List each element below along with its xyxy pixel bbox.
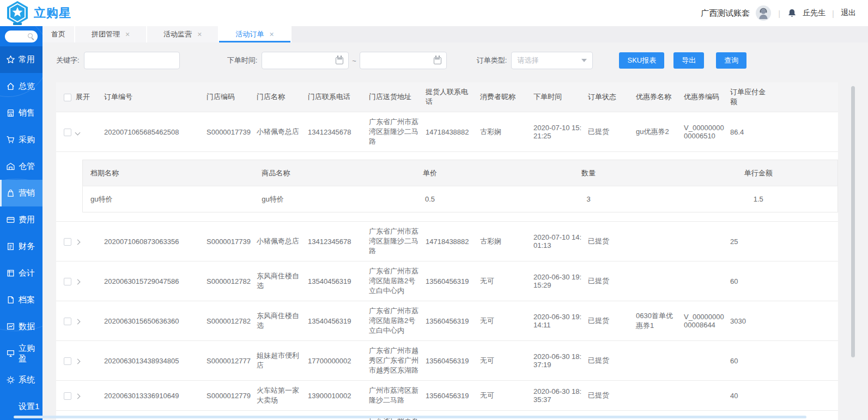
finance-icon (6, 242, 15, 251)
table-row[interactable]: 2020063013336910649 S0000012779 火车站第一家大卖… (56, 381, 838, 411)
cell-coupon-name: gu优惠券2 (636, 112, 684, 152)
close-icon[interactable]: × (125, 31, 130, 38)
sidebar-item-7[interactable]: 费用 (0, 206, 43, 233)
sidebar-item-11[interactable]: 数据 (0, 313, 43, 340)
chevron-down-icon (581, 59, 587, 62)
cart-icon (6, 135, 15, 144)
cell-store-code: S0000017739 (207, 112, 257, 152)
start-date-input[interactable] (262, 52, 349, 69)
cell-coupon-code (684, 381, 730, 411)
cell-status: 已提货 (588, 261, 636, 301)
divider: | (831, 9, 835, 18)
book-icon (6, 269, 15, 278)
keyword-label: 关键字: (56, 56, 80, 65)
col-unit-price: 单价 (362, 160, 497, 186)
sidebar-item-label: 营销 (19, 188, 35, 198)
expand-chevron-icon[interactable] (75, 393, 81, 399)
cell-product-name: gu特价 (256, 186, 362, 212)
header-user-area: 广西测试账套 | 丘先生 | 退出 (701, 5, 868, 21)
divider: | (777, 9, 781, 18)
sidebar-item-3[interactable]: 销售 (0, 100, 43, 126)
col-expand: 展开 (76, 82, 104, 112)
search-input[interactable] (5, 31, 38, 42)
col-consumer: 消费者昵称 (480, 82, 533, 112)
tab-home[interactable]: 首页 (43, 26, 75, 42)
cell-picker-phone: 14718438882 (426, 112, 480, 152)
select-placeholder: 请选择 (517, 56, 538, 65)
cell-store-phone: 17700000002 (308, 341, 369, 381)
expand-chevron-icon[interactable] (75, 239, 81, 245)
range-separator: ~ (352, 57, 356, 65)
col-product-name: 商品名称 (256, 160, 362, 186)
tab-group-buy[interactable]: 拼团管理 × (75, 26, 147, 42)
sku-report-button[interactable]: SKU报表 (619, 52, 664, 69)
export-button[interactable]: 导出 (673, 52, 704, 69)
keyword-input[interactable] (84, 52, 180, 69)
logout-button[interactable]: 退出 (841, 8, 856, 18)
cell-coupon-code: V_0000000000008644 (684, 301, 730, 341)
close-icon[interactable]: × (197, 31, 202, 38)
col-order-no: 订单编号 (104, 82, 207, 112)
row-checkbox[interactable] (64, 129, 71, 136)
sidebar-item-5[interactable]: 仓管 (0, 153, 43, 180)
row-checkbox[interactable] (64, 238, 71, 246)
row-checkbox[interactable] (64, 318, 71, 325)
vertical-scrollbar[interactable] (851, 86, 855, 357)
query-button[interactable]: 查询 (716, 52, 746, 69)
sidebar-item-label: 立购盈 (19, 343, 43, 364)
cell-order-time: 2020-06-30 19:14:11 (533, 301, 588, 341)
table-row[interactable]: 2020071065685462508 S0000017739 小猪佩奇总店 1… (56, 112, 838, 152)
select-all-checkbox[interactable] (64, 94, 71, 101)
order-type-select[interactable]: 请选择 (511, 52, 593, 69)
cell-store-name: 火车站第一家大卖场 (257, 381, 308, 411)
sidebar-item-label: 财务 (19, 241, 35, 252)
bell-icon[interactable] (787, 8, 797, 19)
end-date-input[interactable] (360, 52, 447, 69)
sidebar-item-label: 仓管 (19, 161, 35, 172)
cell-coupon-name (636, 261, 684, 301)
tab-activity-orders[interactable]: 活动订单 × (219, 26, 291, 42)
cell-order-no: 2020071060873063356 (104, 222, 207, 261)
table-row[interactable]: 2020063013438934805 S0000012777 姐妹超市便利店 … (56, 341, 838, 381)
sidebar-item-label: 数据 (19, 321, 35, 332)
row-checkbox[interactable] (64, 278, 71, 285)
tab-activity-monitor[interactable]: 活动监营 × (147, 26, 219, 42)
sidebar-item-9[interactable]: 会计 (0, 260, 43, 287)
user-name: 丘先生 (803, 8, 825, 18)
horizontal-scrollbar[interactable] (14, 416, 806, 418)
col-store-phone: 门店联系电话 (308, 82, 369, 112)
sidebar-item-10[interactable]: 档案 (0, 287, 43, 313)
cell-store-code: S0000012779 (207, 381, 257, 411)
sidebar-item-4[interactable]: 采购 (0, 126, 43, 153)
table-row[interactable]: 2020071060873063356 S0000017739 小猪佩奇总店 1… (56, 222, 838, 261)
cell-address: 广州市荔湾区新隆沙二马路 (369, 381, 426, 411)
avatar[interactable] (755, 5, 772, 21)
expand-chevron-icon[interactable] (75, 279, 81, 284)
sidebar-item-1[interactable]: 常用 (0, 46, 43, 73)
col-picker-phone: 提货人联系电话 (426, 82, 480, 112)
cell-amount: 40 (730, 381, 838, 411)
row-checkbox[interactable] (64, 357, 71, 365)
row-checkbox[interactable] (64, 392, 71, 400)
sidebar-item-2[interactable]: 总览 (0, 73, 43, 100)
table-row[interactable]: 2020063015729047586 S0000012782 东风商住楼自选 … (56, 261, 838, 301)
sidebar-item-6[interactable]: 营销 (0, 180, 43, 206)
sidebar-item-12[interactable]: 立购盈 (0, 340, 43, 367)
cell-amount: 25 (730, 222, 838, 261)
cell-unit-price: 0.5 (362, 186, 497, 212)
tab-label: 活动监营 (163, 29, 192, 39)
page-content: 关键字: 下单时间: ~ 订单类型: 请选择 SKU报表 (43, 42, 868, 420)
tab-bar: 首页 拼团管理 × 活动监营 × 活动订单 × (43, 26, 868, 42)
sidebar-item-14[interactable]: 设置1 (0, 393, 43, 420)
sidebar-item-13[interactable]: 系统 (0, 367, 43, 393)
col-coupon-code: 优惠券编码 (684, 82, 730, 112)
expand-chevron-icon[interactable] (75, 319, 81, 324)
cell-consumer: 无可 (480, 261, 533, 301)
account-name: 广西测试账套 (701, 8, 750, 19)
expand-chevron-icon[interactable] (75, 130, 81, 135)
expand-chevron-icon[interactable] (75, 358, 81, 364)
close-icon[interactable]: × (269, 31, 274, 38)
table-row[interactable]: 2020063015650636360 S0000012782 东风商住楼自选 … (56, 301, 838, 341)
sidebar-item-8[interactable]: 财务 (0, 233, 43, 260)
cell-consumer: 古彩娴 (480, 222, 533, 261)
